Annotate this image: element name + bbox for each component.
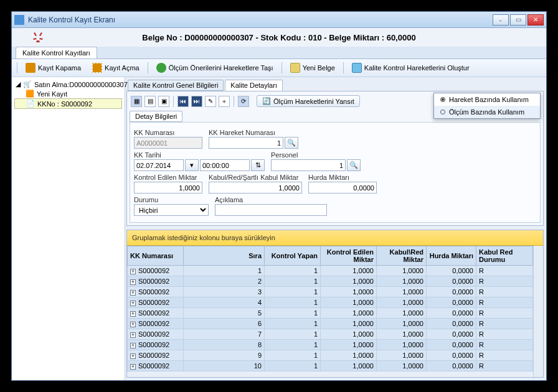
col-kontrol-edilen-miktar[interactable]: Kontrol Edilen Miktar	[321, 246, 377, 266]
document-icon	[290, 63, 300, 73]
kontrol-miktar-input[interactable]	[134, 182, 202, 194]
add-icon[interactable]: ＋	[219, 96, 230, 107]
grid-scrollbar[interactable]	[533, 246, 543, 377]
tab-kalite-detaylari[interactable]: Kalite Detayları	[225, 80, 283, 91]
table-row[interactable]: +S0000092111,00001,00000,0000R	[128, 266, 533, 276]
kk-tarihi-label: KK Tarihi	[134, 151, 265, 159]
refresh-icon[interactable]: ⟳	[238, 96, 249, 107]
menu-olcum-bazinda[interactable]: Ölçüm Bazında Kullanım	[434, 106, 540, 118]
col-kabul-red-durumu[interactable]: Kabul Red Durumu	[476, 246, 533, 266]
olcum-oneri-button[interactable]: Ölçüm Önerilerini Hareketlere Taşı	[152, 61, 278, 75]
minimize-button[interactable]: ﹘	[493, 14, 509, 26]
kk-num-input[interactable]	[134, 137, 202, 149]
expand-icon[interactable]: +	[130, 301, 136, 306]
expand-icon[interactable]: +	[130, 290, 136, 296]
calendar-icon[interactable]: ▣	[158, 96, 169, 107]
main-tabstrip: Kalite Kontrol Kayıtları	[12, 47, 546, 59]
app-window: Kalite Kontrol Kayıt Ekranı ﹘ ▭ ✕ Belge …	[11, 11, 547, 381]
app-icon	[14, 15, 24, 25]
durumu-select[interactable]: Hiçbiri	[134, 204, 209, 216]
group-by-bar[interactable]: Gruplamak istediğiniz kolonu buraya sürü…	[127, 230, 543, 246]
detail-panel: Hareket Bazında Kullanım Ölçüm Bazında K…	[126, 91, 544, 226]
tree-kkno[interactable]: 📄 KKNo : S0000092	[14, 98, 122, 109]
expand-icon[interactable]: +	[130, 322, 136, 327]
maximize-button[interactable]: ▭	[510, 14, 526, 26]
table-row[interactable]: +S0000092711,00001,00000,0000R	[128, 329, 533, 340]
cart-icon: 🛒	[23, 80, 32, 88]
nav-last-icon[interactable]: ⏭	[191, 96, 202, 107]
hurda-miktar-label: Hurda Miktarı	[308, 174, 377, 181]
nav-first-icon[interactable]: ⏮	[177, 96, 189, 107]
body: ◢ 🛒 Satın Alma:D00000000000307 🟧 Yeni Ka…	[12, 77, 546, 380]
reflect-button[interactable]: 🔄 Ölçüm Hareketlerini Yansıt	[257, 95, 360, 107]
kontrol-miktar-label: Kontrol Edilen Miktar	[134, 174, 202, 181]
table-row[interactable]: +S0000092511,00001,00000,0000R	[128, 308, 533, 319]
durumu-label: Durumu	[134, 196, 209, 203]
expand-icon[interactable]: +	[130, 353, 136, 359]
personel-input[interactable]	[271, 159, 346, 171]
time-spinner-icon[interactable]: ⇅	[251, 159, 265, 171]
expand-icon[interactable]: +	[130, 269, 136, 274]
recycle-icon	[31, 30, 45, 45]
tab-detay-bilgileri[interactable]: Detay Bilgileri	[130, 111, 182, 122]
kk-num-label: KK Numarası	[134, 129, 202, 136]
table-row[interactable]: +S00000921011,00001,00000,0000R	[128, 361, 533, 371]
col-kabul-red-miktar[interactable]: Kabul\Red Miktar	[377, 246, 427, 266]
edit-icon[interactable]: ✎	[205, 96, 216, 107]
kayit-acma-button[interactable]: Kayıt Açma	[88, 61, 144, 75]
reflect-icon: 🔄	[262, 97, 271, 105]
yeni-belge-button[interactable]: Yeni Belge	[286, 61, 339, 75]
expand-icon[interactable]: +	[130, 343, 136, 348]
hareket-olustur-button[interactable]: Kalite Kontrol Hareketlerini Oluştur	[348, 61, 474, 75]
lock-icon	[26, 63, 35, 73]
table-row[interactable]: +S0000092311,00001,00000,0000R	[128, 287, 533, 297]
header-band: Belge No : D00000000000307 - Stok Kodu :…	[12, 28, 546, 47]
kk-tarihi-time-input[interactable]	[200, 159, 250, 171]
collapse-icon: ◢	[16, 80, 21, 88]
sub-tabstrip: Kalite Kontrol Genel Bilgileri Kalite De…	[126, 78, 544, 91]
col-kontrol-yapan[interactable]: Kontrol Yapan	[265, 246, 321, 266]
form-view-icon[interactable]: ▤	[144, 96, 156, 107]
data-grid[interactable]: KK Numarası Sıra Kontrol Yapan Kontrol E…	[127, 246, 533, 377]
expand-icon[interactable]: +	[130, 332, 136, 338]
personel-label: Personel	[271, 151, 361, 159]
tab-genel-bilgileri[interactable]: Kalite Kontrol Genel Bilgileri	[128, 80, 224, 91]
expand-icon[interactable]: +	[130, 364, 136, 370]
table-row[interactable]: +S0000092211,00001,00000,0000R	[128, 276, 533, 287]
col-hurda-miktari[interactable]: Hurda Miktarı	[427, 246, 476, 266]
tree-root[interactable]: ◢ 🛒 Satın Alma:D00000000000307	[14, 80, 122, 89]
document-info: Belge No : D00000000000307 - Stok Kodu :…	[142, 33, 415, 42]
window-title: Kalite Kontrol Kayıt Ekranı	[28, 16, 493, 24]
tab-kalite-kayitlari[interactable]: Kalite Kontrol Kayıtları	[16, 47, 97, 58]
grid-view-icon[interactable]: ▦	[131, 96, 142, 107]
hurda-miktar-input[interactable]	[308, 182, 377, 194]
expand-icon[interactable]: +	[130, 279, 136, 285]
aciklama-input[interactable]	[215, 204, 327, 216]
record-icon: 📄	[26, 100, 35, 108]
personel-lookup[interactable]: 🔍	[347, 159, 361, 171]
date-picker-icon[interactable]: ▾	[185, 159, 199, 171]
radio-on-icon	[440, 97, 445, 102]
kk-tarihi-date-input[interactable]	[134, 159, 184, 171]
col-sira[interactable]: Sıra	[184, 246, 265, 266]
expand-icon[interactable]: +	[130, 311, 136, 317]
kabul-red-miktar-label: Kabul/Red/Şartlı Kabul Miktar	[209, 174, 302, 181]
tree-yeni-kayit[interactable]: 🟧 Yeni Kayıt	[14, 89, 122, 98]
kk-hareket-input[interactable]	[209, 137, 283, 149]
menu-hareket-bazinda[interactable]: Hareket Bazında Kullanım	[434, 93, 540, 106]
table-row[interactable]: +S0000092811,00001,00000,0000R	[128, 340, 533, 350]
col-kk-numarasi[interactable]: KK Numarası	[128, 246, 184, 266]
table-row[interactable]: +S0000092611,00001,00000,0000R	[128, 319, 533, 329]
table-row[interactable]: +S0000092911,00001,00000,0000R	[128, 350, 533, 361]
kayit-kapama-button[interactable]: Kayıt Kapama	[21, 61, 85, 75]
close-button[interactable]: ✕	[527, 14, 544, 26]
grid-panel: Gruplamak istediğiniz kolonu buraya sürü…	[126, 230, 544, 378]
kk-hareket-lookup[interactable]: 🔍	[285, 137, 298, 149]
main-panel: Kalite Kontrol Genel Bilgileri Kalite De…	[125, 77, 546, 380]
window-buttons: ﹘ ▭ ✕	[493, 14, 544, 26]
kullanim-menu: Hareket Bazında Kullanım Ölçüm Bazında K…	[433, 93, 541, 119]
main-toolbar: Kayıt Kapama Kayıt Açma Ölçüm Önerilerin…	[12, 59, 546, 77]
table-row[interactable]: +S0000092411,00001,00000,0000R	[128, 297, 533, 308]
kabul-red-miktar-input[interactable]	[209, 182, 302, 194]
new-record-icon: 🟧	[26, 90, 34, 98]
